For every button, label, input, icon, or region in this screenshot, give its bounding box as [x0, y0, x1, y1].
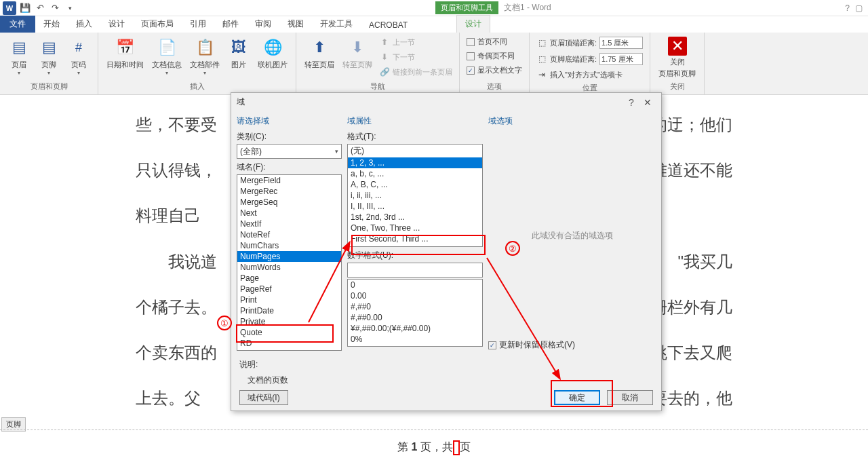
- footer-button[interactable]: ▤页脚▾: [35, 35, 62, 77]
- docinfo-button[interactable]: 📄文档信息▾: [149, 35, 184, 77]
- field-codes-button[interactable]: 域代码(I): [239, 390, 288, 405]
- list-item[interactable]: 0%: [348, 334, 482, 345]
- link-previous-button[interactable]: 🔗链接到前一条页眉: [378, 65, 454, 79]
- save-icon[interactable]: 💾: [19, 2, 31, 14]
- datetime-button[interactable]: 📅日期和时间: [104, 35, 146, 71]
- page-number-button[interactable]: #页码▾: [65, 35, 92, 77]
- list-item[interactable]: Ref: [237, 349, 341, 351]
- tab-design[interactable]: 设计: [100, 16, 133, 33]
- list-item[interactable]: (无): [348, 145, 482, 157]
- undo-icon[interactable]: ↶: [34, 2, 46, 14]
- page-footer-area: 页脚 第 1 页，共页: [0, 417, 868, 458]
- tab-home[interactable]: 开始: [35, 16, 68, 33]
- close-hf-button[interactable]: ✕关闭页眉和页脚: [656, 35, 698, 80]
- list-item[interactable]: #,##0: [348, 301, 482, 312]
- category-select[interactable]: (全部)▾: [237, 144, 342, 159]
- list-item[interactable]: Quote: [237, 327, 341, 338]
- category-label: 类别(C):: [237, 128, 342, 144]
- list-item[interactable]: Page: [237, 273, 341, 284]
- goto-footer-button[interactable]: ⬇转至页脚: [340, 35, 375, 71]
- group-options: 首页不同 奇偶页不同 显示文档文字 选项: [460, 33, 530, 94]
- field-dialog: 域 ? ✕ 请选择域 类别(C): (全部)▾ 域名(F): MergeFiel…: [231, 92, 662, 411]
- list-item[interactable]: NumChars: [237, 240, 341, 251]
- list-item[interactable]: NumPages: [237, 251, 341, 262]
- list-item[interactable]: A, B, C, ...: [348, 179, 482, 190]
- footer-page-text[interactable]: 第 1 页，共页: [0, 440, 868, 455]
- formats-listbox[interactable]: (无)1, 2, 3, ...a, b, c, ...A, B, C, ...i…: [347, 144, 483, 247]
- list-item[interactable]: ¥#,##0.00;(¥#,##0.00): [348, 323, 482, 334]
- list-item[interactable]: MergeSeq: [237, 197, 341, 208]
- dialog-close-icon[interactable]: ✕: [639, 97, 656, 108]
- header-distance-input[interactable]: 1.5 厘米: [599, 37, 643, 49]
- list-item[interactable]: Next: [237, 208, 341, 218]
- ribbon-tabs: 文件 开始 插入 设计 页面布局 引用 邮件 审阅 视图 开发工具 ACROBA…: [0, 16, 868, 33]
- next-section-button[interactable]: ⬇下一节: [378, 50, 454, 64]
- list-item[interactable]: MergeRec: [237, 186, 341, 197]
- list-item[interactable]: NoteRef: [237, 229, 341, 240]
- list-item[interactable]: hex ...: [348, 244, 482, 247]
- list-item[interactable]: NextIf: [237, 218, 341, 229]
- list-item[interactable]: RD: [237, 338, 341, 349]
- tab-review[interactable]: 审阅: [247, 16, 279, 33]
- header-button[interactable]: ▤页眉▾: [5, 35, 33, 77]
- quickparts-button[interactable]: 📋文档部件▾: [187, 35, 222, 77]
- list-item[interactable]: PrintDate: [237, 305, 341, 316]
- first-page-diff-checkbox[interactable]: 首页不同: [465, 35, 524, 48]
- tab-insert[interactable]: 插入: [68, 16, 100, 33]
- preserve-format-checkbox[interactable]: 更新时保留原格式(V): [488, 339, 575, 351]
- dialog-help-icon[interactable]: ?: [623, 97, 639, 108]
- ribbon: ▤页眉▾ ▤页脚▾ #页码▾ 页眉和页脚 📅日期和时间 📄文档信息▾ 📋文档部件…: [0, 33, 868, 95]
- goto-header-button[interactable]: ⬆转至页眉: [302, 35, 337, 71]
- list-item[interactable]: NumWords: [237, 262, 341, 273]
- tab-file[interactable]: 文件: [0, 16, 35, 33]
- odd-even-diff-checkbox[interactable]: 奇偶页不同: [465, 50, 524, 62]
- show-doc-text-checkbox[interactable]: 显示文档文字: [465, 64, 524, 77]
- list-item[interactable]: MergeField: [237, 175, 341, 186]
- fieldnames-listbox[interactable]: MergeFieldMergeRecMergeSeqNextNextIfNote…: [237, 174, 342, 351]
- fieldname-label: 域名(F):: [237, 159, 342, 174]
- list-item[interactable]: I, II, III, ...: [348, 201, 482, 212]
- picture-button[interactable]: 🖼图片: [225, 35, 252, 71]
- tab-mailings[interactable]: 邮件: [214, 16, 247, 33]
- restore-icon[interactable]: ▢: [855, 3, 863, 13]
- no-options-text: 此域没有合适的域选项: [488, 230, 656, 242]
- tab-view[interactable]: 视图: [279, 16, 312, 33]
- prev-section-button[interactable]: ⬆上一节: [378, 35, 454, 49]
- group-close: ✕关闭页眉和页脚 关闭: [650, 33, 705, 94]
- window-controls: ? ▢: [845, 3, 868, 13]
- list-item[interactable]: PageRef: [237, 284, 341, 294]
- ok-button[interactable]: 确定: [554, 390, 600, 405]
- list-item[interactable]: First Second, Third ...: [348, 233, 482, 244]
- redo-icon[interactable]: ↷: [49, 2, 61, 14]
- insert-align-tab-button[interactable]: ⇥插入"对齐方式"选项卡: [535, 68, 644, 81]
- tab-developer[interactable]: 开发工具: [312, 16, 361, 33]
- list-item[interactable]: Private: [237, 316, 341, 327]
- list-item[interactable]: 1, 2, 3, ...: [348, 157, 482, 168]
- list-item[interactable]: a, b, c, ...: [348, 168, 482, 179]
- list-item[interactable]: 1st, 2nd, 3rd ...: [348, 212, 482, 223]
- list-item[interactable]: 0: [348, 280, 482, 290]
- format-label: 格式(T):: [347, 128, 483, 144]
- tab-hf-design[interactable]: 设计: [456, 15, 490, 33]
- tab-references[interactable]: 引用: [182, 16, 214, 33]
- online-picture-button[interactable]: 🌐联机图片: [255, 35, 290, 71]
- tab-layout[interactable]: 页面布局: [133, 16, 182, 33]
- list-item[interactable]: 0.00%: [348, 345, 482, 347]
- list-item[interactable]: i, ii, iii, ...: [348, 190, 482, 201]
- group-navigation: ⬆转至页眉 ⬇转至页脚 ⬆上一节 ⬇下一节 🔗链接到前一条页眉 导航: [296, 33, 460, 94]
- footer-distance-input[interactable]: 1.75 厘米: [599, 53, 643, 65]
- dialog-left-column: 请选择域 类别(C): (全部)▾ 域名(F): MergeFieldMerge…: [237, 114, 342, 351]
- list-item[interactable]: Print: [237, 294, 341, 305]
- list-item[interactable]: #,##0.00: [348, 312, 482, 323]
- qat-customize-icon[interactable]: ▾: [64, 2, 76, 14]
- list-item[interactable]: One, Two, Three ...: [348, 223, 482, 233]
- list-item[interactable]: 0.00: [348, 290, 482, 301]
- cancel-button[interactable]: 取消: [607, 390, 653, 405]
- numformat-input[interactable]: [347, 263, 483, 278]
- chevron-down-icon: ▾: [335, 148, 338, 155]
- dialog-title-text: 域: [237, 96, 623, 108]
- numformats-listbox[interactable]: 00.00#,##0#,##0.00¥#,##0.00;(¥#,##0.00)0…: [347, 279, 483, 347]
- help-icon[interactable]: ?: [845, 3, 850, 13]
- tab-acrobat[interactable]: ACROBAT: [361, 18, 416, 33]
- header-distance-row: ⬚页眉顶端距离:1.5 厘米: [535, 35, 644, 50]
